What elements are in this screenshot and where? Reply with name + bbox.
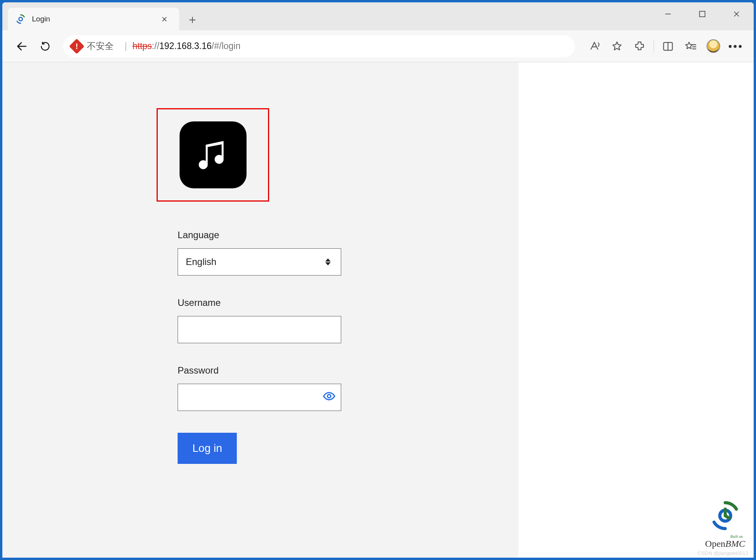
window-minimize-button[interactable]	[651, 2, 685, 26]
music-app-icon	[180, 121, 247, 188]
toolbar-separator	[654, 40, 654, 53]
username-input[interactable]	[178, 316, 341, 343]
profile-avatar[interactable]	[703, 36, 723, 56]
svg-point-0	[19, 17, 22, 21]
tab-favicon-icon	[16, 14, 26, 24]
favorites-list-icon[interactable]	[680, 36, 701, 56]
security-label: 不安全	[87, 40, 114, 52]
watermark-text: CSDN @jiangwei0512	[698, 550, 748, 556]
tab-title: Login	[32, 15, 50, 23]
svg-point-10	[328, 395, 331, 398]
back-button[interactable]	[10, 35, 33, 58]
openbmc-badge: Built on OpenBMC	[705, 500, 745, 549]
toolbar-right: •••	[584, 36, 746, 56]
extensions-icon[interactable]	[629, 36, 650, 56]
window-close-button[interactable]	[719, 2, 754, 26]
login-form: Language English Username Password	[178, 230, 341, 464]
page-left-panel: Language English Username Password	[2, 62, 518, 558]
page-content: Language English Username Password	[2, 62, 754, 558]
address-bar[interactable]: 不安全 | https://192.168.3.16/#/login	[63, 35, 575, 57]
username-label: Username	[178, 297, 341, 308]
browser-toolbar: 不安全 | https://192.168.3.16/#/login	[2, 30, 754, 62]
favorite-star-icon[interactable]	[607, 36, 627, 56]
refresh-button[interactable]	[33, 35, 57, 58]
password-label: Password	[178, 365, 341, 376]
window-maximize-button[interactable]	[685, 2, 719, 26]
logo-frame	[157, 108, 269, 202]
language-group: Language English	[178, 230, 341, 276]
login-button[interactable]: Log in	[178, 433, 237, 464]
password-group: Password	[178, 365, 341, 411]
language-label: Language	[178, 230, 341, 241]
browser-window: Login × ＋ 不安全 | https	[2, 2, 754, 558]
insecure-warning-icon	[69, 39, 85, 54]
address-divider: |	[125, 41, 127, 51]
url-text: https://192.168.3.16/#/login	[132, 41, 241, 51]
more-menu-icon[interactable]: •••	[726, 36, 746, 56]
language-select[interactable]: English	[178, 248, 341, 276]
openbmc-logo-icon	[710, 500, 741, 531]
openbmc-text: Built on OpenBMC	[705, 534, 745, 549]
page-right-panel: Built on OpenBMC CSDN @jiangwei0512	[518, 62, 754, 558]
split-screen-icon[interactable]	[658, 36, 678, 56]
username-group: Username	[178, 297, 341, 343]
select-arrows-icon	[325, 249, 333, 275]
tab-strip: Login × ＋	[2, 2, 754, 30]
tab-close-icon[interactable]: ×	[159, 13, 170, 25]
new-tab-button[interactable]: ＋	[182, 9, 203, 30]
password-input[interactable]	[178, 384, 341, 411]
language-value: English	[186, 249, 217, 275]
show-password-icon[interactable]	[322, 390, 336, 405]
read-aloud-icon[interactable]	[584, 36, 604, 56]
svg-rect-2	[700, 11, 705, 17]
browser-tab[interactable]: Login ×	[8, 8, 179, 30]
window-controls	[651, 2, 754, 26]
